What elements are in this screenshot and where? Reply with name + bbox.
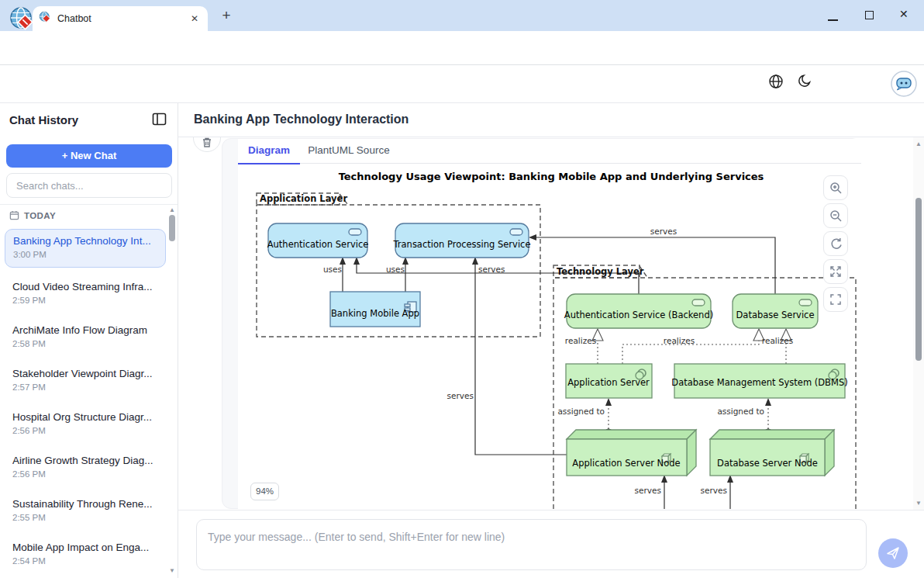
window-minimize-button[interactable] xyxy=(828,19,838,21)
application-layer-label: Application Layer xyxy=(260,193,347,204)
expand-icon xyxy=(829,265,842,278)
main-scroll-up-icon[interactable]: ▲ xyxy=(915,140,922,147)
technology-service-icon xyxy=(799,299,812,306)
edge-label-serves: serves xyxy=(478,265,505,274)
edge-label-assigned-to: assigned to xyxy=(557,407,605,416)
chat-item[interactable]: Cloud Video Streaming Infra... 2:59 PM xyxy=(5,275,166,314)
trash-icon xyxy=(202,137,212,148)
browser-tabstrip: ⌄ Chatbot ✕ + ✕ xyxy=(0,0,924,31)
zoom-reset-button[interactable] xyxy=(823,231,848,256)
reset-icon xyxy=(829,237,843,251)
chat-item[interactable]: Stakeholder Viewpoint Diagr... 2:57 PM xyxy=(5,362,166,401)
browser-toolbar: ← → ai-toolbox.visual-paradigm.com/app/c… xyxy=(0,31,924,65)
window-maximize-button[interactable] xyxy=(865,11,874,19)
browser-tab[interactable]: Chatbot ✕ xyxy=(33,6,208,31)
sidebar-collapse-icon[interactable] xyxy=(152,112,169,128)
app-header: Chatbot Powered by Visual Paradigm More … xyxy=(0,65,924,103)
dark-mode-moon-icon[interactable] xyxy=(798,74,812,92)
composer xyxy=(178,510,924,578)
window-close-button[interactable]: ✕ xyxy=(899,8,913,20)
new-chat-button[interactable]: + New Chat xyxy=(6,144,172,168)
favicon-visual-paradigm xyxy=(39,11,51,26)
node-database-server-node xyxy=(710,430,834,476)
chat-item[interactable]: ArchiMate Info Flow Diagram 2:58 PM xyxy=(5,319,166,358)
chat-item[interactable]: Hospital Org Structure Diagr... 2:56 PM xyxy=(5,406,166,445)
card-tabs: Diagram PlantUML Source xyxy=(238,139,861,164)
expand-button[interactable] xyxy=(823,259,848,284)
edge-label-serves: serves xyxy=(635,486,661,495)
technology-layer-label: Technology Layer xyxy=(557,266,644,277)
tab-plantuml-source[interactable]: PlantUML Source xyxy=(300,139,398,164)
tab-title: Chatbot xyxy=(57,13,188,24)
paper-plane-icon xyxy=(886,546,900,560)
chat-item[interactable]: Mobile App Impact on Enga... 2:54 PM xyxy=(5,536,166,575)
message-input[interactable] xyxy=(196,519,867,570)
zoom-out-button[interactable] xyxy=(823,203,848,228)
archimate-diagram: Technology Usage Viewpoint: Banking Mobi… xyxy=(238,164,861,509)
label-application-server: Application Server xyxy=(567,377,650,388)
new-tab-button[interactable]: + xyxy=(217,8,236,25)
chat-item[interactable]: Sustainability Through Rene... 2:55 PM xyxy=(5,493,166,531)
chat-item[interactable]: Airline Growth Strategy Diag... 2:56 PM xyxy=(5,449,166,488)
label-authentication-service-backend: Authentication Service (Backend) xyxy=(564,310,713,320)
chat-message-area: Diagram PlantUML Source Technology Usage… xyxy=(178,137,924,510)
edge-label-serves: serves xyxy=(701,486,727,495)
sidebar-scrollbar-thumb[interactable] xyxy=(169,215,175,241)
calendar-icon xyxy=(9,210,19,220)
label-dbms: Database Management System (DBMS) xyxy=(671,377,847,388)
chatbot-logo-icon[interactable] xyxy=(891,71,917,100)
edge-label-serves: serves xyxy=(447,391,474,400)
application-service-icon xyxy=(510,229,522,235)
main-scroll-down-icon[interactable]: ▼ xyxy=(915,500,922,507)
chat-item-selected[interactable]: Banking App Technology Int... 3:00 PM xyxy=(5,229,166,268)
label-application-server-node: Application Server Node xyxy=(572,458,680,469)
label-transaction-processing-service: Transaction Processing Service xyxy=(392,239,530,250)
label-authentication-service: Authentication Service xyxy=(267,239,369,250)
edge-label-realizes: realizes xyxy=(664,336,695,345)
label-banking-mobile-app: Banking Mobile App xyxy=(331,308,419,319)
zoom-out-icon xyxy=(829,209,843,223)
application-service-icon xyxy=(349,229,361,235)
language-globe-icon[interactable] xyxy=(768,74,784,92)
sidebar: Chat History + New Chat TODAY Banking Ap… xyxy=(0,103,178,578)
page-title: Banking App Technology Interaction xyxy=(194,112,409,126)
tab-close-icon[interactable]: ✕ xyxy=(188,12,202,26)
edge-label-uses: uses xyxy=(323,265,342,274)
fullscreen-icon xyxy=(829,293,842,306)
edge-label-assigned-to: assigned to xyxy=(717,407,764,416)
sidebar-divider xyxy=(0,204,178,205)
edge-label-realizes: realizes xyxy=(762,336,793,345)
zoom-level-badge: 94% xyxy=(250,483,279,500)
edge-label-realizes: realizes xyxy=(565,336,596,345)
today-section-header: TODAY xyxy=(9,210,56,220)
search-input[interactable] xyxy=(6,173,172,198)
label-database-server-node: Database Server Node xyxy=(717,458,818,469)
sidebar-scroll-up-icon[interactable]: ▲ xyxy=(168,206,176,213)
main-scrollbar-thumb[interactable] xyxy=(915,198,922,361)
zoom-in-icon xyxy=(829,182,843,195)
assistant-message-bubble: Diagram PlantUML Source Technology Usage… xyxy=(222,138,861,509)
label-database-service: Database Service xyxy=(736,310,814,320)
main-titlebar: Banking App Technology Interaction xyxy=(178,103,924,137)
delete-message-button[interactable] xyxy=(193,137,221,152)
visual-paradigm-logo xyxy=(9,6,36,36)
edge-label-serves: serves xyxy=(650,227,677,236)
technology-service-icon xyxy=(692,299,705,306)
send-button[interactable] xyxy=(878,538,908,568)
fullscreen-button[interactable] xyxy=(823,287,848,312)
diagram-title: Technology Usage Viewpoint: Banking Mobi… xyxy=(339,171,764,182)
node-application-server-node xyxy=(567,430,696,476)
edge-label-uses: uses xyxy=(386,265,405,274)
zoom-in-button[interactable] xyxy=(823,175,848,200)
chat-history-title: Chat History xyxy=(9,113,78,126)
diagram-card: Diagram PlantUML Source Technology Usage… xyxy=(238,139,861,509)
sidebar-scroll-down-icon[interactable]: ▼ xyxy=(168,567,176,574)
tab-diagram[interactable]: Diagram xyxy=(238,139,300,164)
